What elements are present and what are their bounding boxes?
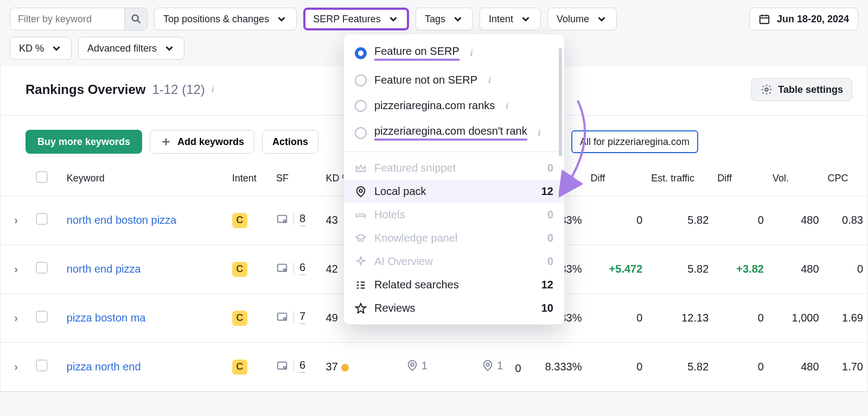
- filter-top-positions-label: Top positions & changes: [163, 14, 269, 25]
- serp-preview-icon: [276, 262, 288, 274]
- chevron-down-icon: [276, 13, 288, 25]
- chevron-down-icon: [163, 42, 175, 54]
- info-icon[interactable]: i: [538, 128, 541, 138]
- row-checkbox[interactable]: [36, 311, 48, 323]
- filter-advanced[interactable]: Advanced filters: [78, 37, 184, 60]
- chevron-down-icon: [50, 42, 62, 54]
- sf-cell[interactable]: 6: [276, 359, 305, 373]
- scope-select[interactable]: All for pizzeriaregina.com: [571, 130, 698, 153]
- keyword-link[interactable]: north end boston pizza: [67, 214, 176, 226]
- cpc-cell: 1.70: [824, 343, 867, 392]
- filter-volume-label: Volume: [557, 14, 589, 25]
- feature-count: 0: [547, 162, 553, 174]
- info-icon[interactable]: i: [506, 100, 508, 111]
- table-settings-label: Table settings: [778, 84, 843, 96]
- col-diff2[interactable]: Diff: [713, 161, 768, 196]
- serp-radio-option[interactable]: pizzeriaregina.com ranks i: [344, 93, 564, 118]
- table-row: › pizza north end C 6 37 1 1 0 8.333% 0 …: [1, 343, 867, 392]
- est-traffic-cell: 5.82: [647, 245, 713, 294]
- est-traffic-cell: 12.13: [647, 294, 713, 343]
- feature-label: AI Overview: [374, 255, 433, 268]
- info-icon[interactable]: i: [212, 84, 214, 95]
- filter-serp-features[interactable]: SERP Features: [303, 8, 409, 30]
- buy-more-keywords-button[interactable]: Buy more keywords: [25, 130, 142, 154]
- filter-keyword-input[interactable]: [10, 8, 124, 30]
- col-cpc[interactable]: CPC: [824, 161, 867, 196]
- actions-button[interactable]: Actions: [262, 130, 318, 154]
- table-settings-button[interactable]: Table settings: [751, 78, 852, 101]
- keyword-link[interactable]: pizza boston ma: [67, 312, 146, 324]
- sf-cell[interactable]: 6: [276, 261, 305, 275]
- serp-radio-option[interactable]: Feature not on SERP i: [344, 67, 564, 93]
- list-icon: [355, 279, 367, 291]
- col-sf[interactable]: SF: [272, 161, 321, 196]
- page-title: Rankings Overview: [25, 82, 145, 97]
- serp-preview-icon: [276, 311, 288, 323]
- serp-feature-option: AI Overview 0: [344, 250, 564, 273]
- serp-feature-option[interactable]: Reviews 10: [344, 297, 564, 320]
- serp-preview-icon: [276, 360, 288, 372]
- col-diff1[interactable]: Diff: [586, 161, 647, 196]
- date-range-label: Jun 18-20, 2024: [777, 14, 849, 25]
- expand-row-icon[interactable]: ›: [14, 312, 18, 324]
- svg-rect-1: [760, 16, 769, 24]
- info-icon[interactable]: i: [488, 75, 491, 86]
- expand-row-icon[interactable]: ›: [14, 214, 18, 226]
- info-icon[interactable]: i: [470, 48, 473, 59]
- serp-features-dropdown: Feature on SERP i Feature not on SERP i …: [343, 34, 565, 325]
- keyword-link[interactable]: north end pizza: [67, 263, 141, 275]
- diff1-cell: 0: [586, 294, 647, 343]
- filter-kd[interactable]: KD %: [10, 37, 72, 60]
- filter-volume[interactable]: Volume: [547, 8, 617, 30]
- row-checkbox[interactable]: [36, 262, 48, 274]
- calendar-icon: [758, 13, 770, 25]
- svg-point-2: [765, 88, 769, 91]
- cpc-cell: 0: [824, 245, 867, 294]
- filter-top-positions[interactable]: Top positions & changes: [154, 8, 297, 30]
- svg-point-8: [284, 318, 286, 320]
- radio-icon: [355, 74, 367, 86]
- select-all-checkbox[interactable]: [36, 171, 48, 183]
- expand-row-icon[interactable]: ›: [14, 263, 18, 275]
- col-keyword[interactable]: Keyword: [62, 161, 228, 196]
- pin-icon: [482, 360, 494, 371]
- serp-preview-icon: [276, 213, 288, 225]
- expand-row-icon[interactable]: ›: [14, 361, 18, 373]
- page-range: 1-12 (12): [152, 82, 205, 97]
- serp-radio-option[interactable]: pizzeriaregina.com doesn't rank i: [344, 118, 564, 147]
- col-vol[interactable]: Vol.: [768, 161, 824, 196]
- row-checkbox[interactable]: [36, 213, 48, 225]
- feature-label: Reviews: [374, 302, 416, 314]
- est-traffic-cell: 5.82: [647, 343, 713, 392]
- filter-tags[interactable]: Tags: [416, 8, 473, 30]
- feature-label: Local pack: [374, 185, 426, 198]
- search-button[interactable]: [124, 8, 147, 30]
- add-keywords-button[interactable]: Add keywords: [150, 130, 254, 154]
- sf-cell[interactable]: 7: [276, 310, 305, 324]
- star-icon: [355, 302, 367, 314]
- crown-icon: [355, 162, 367, 174]
- diff1-cell: +5.472: [586, 245, 647, 294]
- filter-tags-label: Tags: [425, 14, 445, 25]
- filter-advanced-label: Advanced filters: [87, 43, 157, 54]
- serp-feature-option[interactable]: Related searches 12: [344, 273, 564, 297]
- serp-feature-option[interactable]: Local pack 12: [344, 180, 564, 203]
- svg-point-11: [411, 363, 414, 367]
- sf-cell[interactable]: 8: [276, 212, 305, 226]
- keyword-link[interactable]: pizza north end: [67, 361, 141, 373]
- diff2-cell: +3.82: [713, 245, 768, 294]
- date-range-button[interactable]: Jun 18-20, 2024: [749, 8, 858, 30]
- row-checkbox[interactable]: [36, 360, 48, 371]
- diff2-cell: 0: [713, 196, 768, 245]
- radio-icon: [355, 127, 367, 139]
- feature-label: Related searches: [374, 279, 459, 291]
- filter-keyword-input-wrap: [10, 8, 148, 30]
- col-intent[interactable]: Intent: [228, 161, 272, 196]
- filter-intent[interactable]: Intent: [480, 8, 541, 30]
- feature-count: 0: [547, 209, 553, 221]
- col-est[interactable]: Est. traffic: [647, 161, 713, 196]
- dropdown-scrollbar[interactable]: [559, 48, 562, 156]
- scope-select-label: All for pizzeriaregina.com: [580, 136, 690, 148]
- filter-kd-label: KD %: [19, 43, 44, 54]
- serp-radio-option[interactable]: Feature on SERP i: [344, 39, 564, 67]
